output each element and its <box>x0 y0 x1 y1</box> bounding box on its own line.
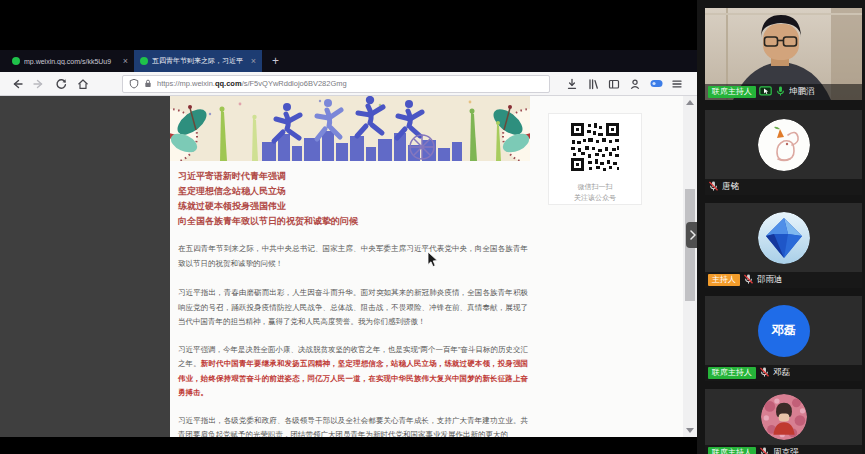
page-viewport: 习近平寄语新时代青年强调 坚定理想信念站稳人民立场 练就过硬本领投身强国伟业 向… <box>0 96 697 437</box>
browser-tab-1[interactable]: mp.weixin.qq.com/s/kk5Uu9 × <box>6 50 134 72</box>
qr-code-image <box>569 121 621 173</box>
tab-2-close-icon[interactable]: × <box>251 57 256 66</box>
article-banner-illustration <box>170 96 530 161</box>
participant-tile-1[interactable]: 联席主持人 坤鹏滔 <box>705 8 862 100</box>
scroll-up-arrow-icon[interactable] <box>686 100 694 105</box>
article-paragraph-2: 习近平指出，青春由磨砺而出彩，人生因奋斗而升华。面对突如其来的新冠肺炎疫情，全国… <box>178 286 528 330</box>
qr-caption: 微信扫一扫 关注该公众号 <box>549 181 641 203</box>
diamond-avatar <box>758 212 810 264</box>
participant-tile-4[interactable]: 邓磊 联席主持人 邓磊 <box>705 296 862 381</box>
menu-hamburger-icon[interactable] <box>668 75 686 93</box>
mic-muted-icon <box>759 444 770 454</box>
tab-1-close-icon[interactable]: × <box>123 57 128 66</box>
host-badge: 主持人 <box>708 274 740 286</box>
mic-muted-icon <box>759 364 770 381</box>
participant-tile-5[interactable]: 联席主持人 周克强 <box>705 389 862 454</box>
tab-2-label: 五四青年节到来之际，习近平 <box>152 56 247 66</box>
mic-muted-icon <box>708 178 719 195</box>
mouse-cursor <box>427 251 439 268</box>
anime-avatar <box>761 394 807 440</box>
participant-name: 坤鹏滔 <box>789 86 815 98</box>
mic-muted-icon <box>743 271 754 288</box>
participant-info-bar: 联席主持人 坤鹏滔 <box>705 84 862 100</box>
tracking-shield-icon[interactable] <box>129 75 139 93</box>
participant-name: 邓磊 <box>773 367 790 379</box>
participant-info-bar: 联席主持人 周克强 <box>705 445 862 454</box>
article-paragraph-3: 习近平强调，今年是决胜全面小康、决战脱贫攻坚的收官之年，也是实现“两个一百年”奋… <box>178 343 528 401</box>
url-bar[interactable]: https://mp.weixin.qq.com/s/F5vQYwRddlojo… <box>122 75 550 93</box>
participant-tile-2[interactable]: 唐铭 <box>705 110 862 195</box>
forward-button[interactable] <box>30 75 48 93</box>
participant-name: 邵雨迪 <box>757 274 783 286</box>
wechat-favicon-icon <box>12 57 20 65</box>
article-title: 习近平寄语新时代青年强调 坚定理想信念站稳人民立场 练就过硬本领投身强国伟业 向… <box>178 169 530 229</box>
browser-tab-bar: mp.weixin.qq.com/s/kk5Uu9 × 五四青年节到来之际，习近… <box>0 50 697 72</box>
title-line: 习近平寄语新时代青年强调 <box>178 169 530 184</box>
mic-on-icon <box>775 83 786 100</box>
article-paragraph-1: 在五四青年节到来之际，中共中央总书记、国家主席、中央军委主席习近平代表党中央，向… <box>178 242 528 271</box>
initials-avatar: 邓磊 <box>758 305 810 357</box>
participant-info-bar: 联席主持人 邓磊 <box>705 365 862 381</box>
toolbar-right-buttons <box>563 75 689 93</box>
official-account-qr-box: 微信扫一扫 关注该公众号 <box>548 113 642 205</box>
title-line: 练就过硬本领投身强国伟业 <box>178 199 530 214</box>
screen-share-icon <box>759 83 772 100</box>
participant-tile-3[interactable]: 主持人 邵雨迪 <box>705 203 862 288</box>
cohost-badge: 联席主持人 <box>708 367 756 379</box>
cohost-badge: 联席主持人 <box>708 447 756 454</box>
title-line: 向全国各族青年致以节日的祝贺和诚挚的问候 <box>178 214 530 229</box>
rabbit-avatar <box>758 119 810 171</box>
library-icon[interactable] <box>584 75 602 93</box>
participant-name: 周克强 <box>773 447 799 454</box>
browser-toolbar: https://mp.weixin.qq.com/s/F5vQYwRddlojo… <box>0 72 697 96</box>
new-tab-button[interactable]: + <box>272 54 279 68</box>
paragraph-3-highlight: 新时代中国青年要继承和发扬五四精神，坚定理想信念，站稳人民立场，练就过硬本领，投… <box>178 359 528 397</box>
participant-info-bar: 主持人 邵雨迪 <box>705 272 862 288</box>
home-button[interactable] <box>74 75 92 93</box>
back-button[interactable] <box>8 75 26 93</box>
participant-info-bar: 唐铭 <box>705 179 862 195</box>
video-sidebar: 联席主持人 坤鹏滔 <box>697 0 865 454</box>
sidebar-toggle-icon[interactable] <box>605 75 623 93</box>
lock-icon[interactable] <box>143 75 153 93</box>
title-line: 坚定理想信念站稳人民立场 <box>178 184 530 199</box>
url-text: https://mp.weixin.qq.com/s/F5vQYwRddlojo… <box>157 79 347 88</box>
extension-icon[interactable] <box>647 75 665 93</box>
reload-button[interactable] <box>52 75 70 93</box>
cohost-badge: 联席主持人 <box>708 86 756 98</box>
page-scrollbar[interactable] <box>683 96 697 437</box>
browser-tab-2-active[interactable]: 五四青年节到来之际，习近平 × <box>134 50 262 72</box>
scroll-down-arrow-icon[interactable] <box>686 428 694 433</box>
wechat-favicon-icon <box>140 57 148 65</box>
browser-window: mp.weixin.qq.com/s/kk5Uu9 × 五四青年节到来之际，习近… <box>0 50 697 437</box>
screen: mp.weixin.qq.com/s/kk5Uu9 × 五四青年节到来之际，习近… <box>0 0 865 454</box>
tab-1-label: mp.weixin.qq.com/s/kk5Uu9 <box>24 58 119 65</box>
chevron-right-icon <box>690 230 696 240</box>
account-icon[interactable] <box>626 75 644 93</box>
downloads-icon[interactable] <box>563 75 581 93</box>
article-paragraph-4: 习近平指出，各级党委和政府、各级领导干部以及全社会都要关心青年成长，支持广大青年… <box>178 414 528 438</box>
participant-name: 唐铭 <box>722 181 739 193</box>
